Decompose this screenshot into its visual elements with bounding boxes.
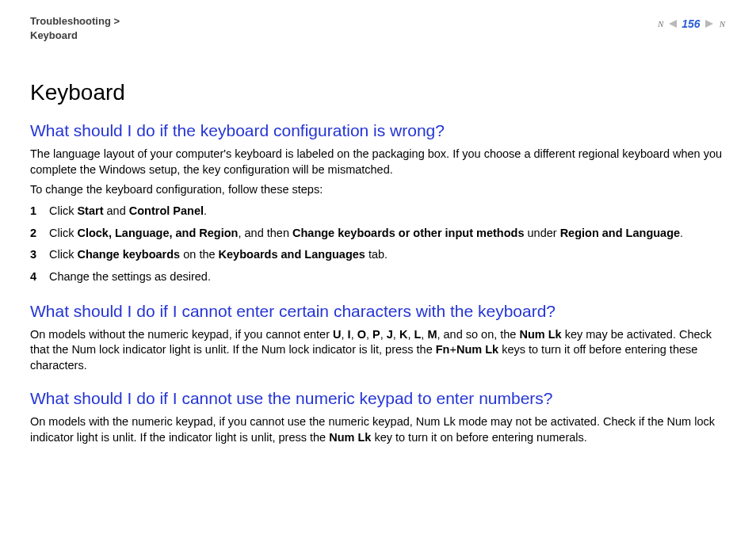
section1-heading: What should I do if the keyboard configu… — [30, 121, 726, 140]
pager: N 156 N — [656, 17, 726, 30]
step-text: Click Start and Control Panel. — [49, 203, 726, 220]
step-number: 3 — [30, 246, 49, 264]
pager-n-left: N — [658, 19, 664, 29]
breadcrumb: Troubleshooting > Keyboard — [30, 14, 120, 42]
section3-heading: What should I do if I cannot use the num… — [30, 389, 726, 408]
prev-page-icon[interactable] — [669, 20, 677, 28]
step-item: 1Click Start and Control Panel. — [30, 203, 726, 220]
page-number: 156 — [682, 17, 700, 30]
step-text: Change the settings as desired. — [49, 269, 726, 286]
section1-steps: 1Click Start and Control Panel.2Click Cl… — [30, 203, 726, 286]
section1-para2: To change the keyboard configuration, fo… — [30, 182, 726, 198]
step-number: 1 — [30, 203, 49, 220]
step-number: 4 — [30, 269, 49, 286]
section3-para: On models with the numeric keypad, if yo… — [30, 414, 726, 445]
section2-para: On models without the numeric keypad, if… — [30, 327, 726, 374]
pager-n-right: N — [720, 19, 726, 29]
breadcrumb-line2: Keyboard — [30, 29, 78, 41]
breadcrumb-line1: Troubleshooting > — [30, 15, 120, 27]
step-item: 4Change the settings as desired. — [30, 269, 726, 286]
step-number: 2 — [30, 225, 49, 242]
step-item: 3Click Change keyboards on the Keyboards… — [30, 246, 726, 264]
next-page-icon[interactable] — [705, 20, 713, 28]
step-text: Click Change keyboards on the Keyboards … — [49, 246, 726, 264]
step-text: Click Clock, Language, and Region, and t… — [49, 225, 726, 242]
step-item: 2Click Clock, Language, and Region, and … — [30, 225, 726, 242]
section1-para1: The language layout of your computer's k… — [30, 147, 726, 177]
section2-heading: What should I do if I cannot enter certa… — [30, 302, 726, 321]
page-title: Keyboard — [30, 80, 726, 105]
